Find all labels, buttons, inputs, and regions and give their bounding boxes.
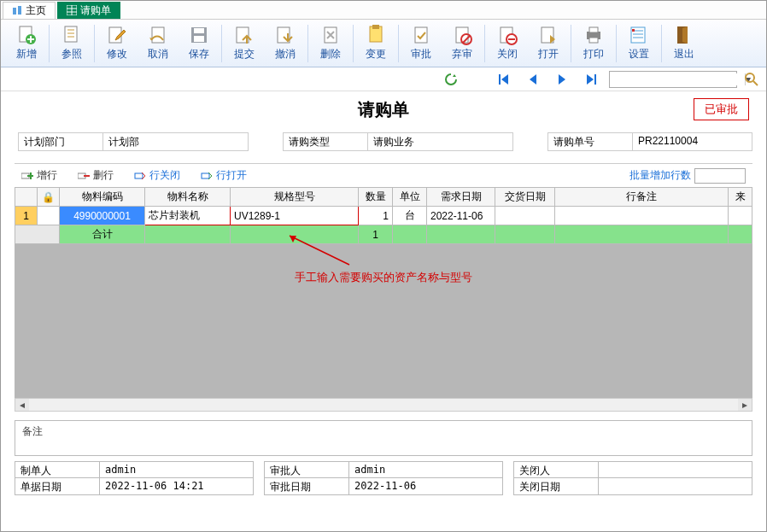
settings-button[interactable]: 设置 [618, 21, 659, 66]
sum-label: 合计 [60, 225, 145, 244]
rowopen-label: 行打开 [216, 168, 247, 183]
new-label: 新增 [16, 47, 37, 61]
scroll-left-icon[interactable]: ◂ [15, 399, 29, 411]
delete-button[interactable]: 删除 [310, 21, 351, 66]
table-row[interactable]: 1 4990000001 芯片封装机 UV1289-1 1 台 2022-11-… [15, 207, 752, 225]
revoke-button[interactable]: 撤消 [265, 21, 306, 66]
grid-hscroll[interactable]: ◂ ▸ [15, 398, 752, 412]
addrow-button[interactable]: 增行 [21, 168, 57, 183]
col-spec[interactable]: 规格型号 [231, 188, 359, 207]
ref-label: 参照 [61, 47, 82, 61]
col-rownum[interactable] [15, 188, 38, 207]
col-need[interactable]: 需求日期 [427, 188, 495, 207]
grid-tab-icon [67, 5, 77, 15]
record-nav: ▾ [1, 67, 766, 91]
docdate-value: 2022-11-06 14:21 [100, 478, 254, 495]
revoke-label: 撤消 [275, 47, 296, 61]
addrow-icon [21, 170, 33, 182]
revoke-icon [275, 25, 296, 45]
svg-rect-28 [589, 27, 598, 32]
col-name[interactable]: 物料名称 [145, 188, 231, 207]
save-icon [189, 25, 209, 45]
dept-field: 计划部门 计划部 [18, 132, 249, 151]
close-button[interactable]: 关闭 [487, 21, 528, 66]
save-label: 保存 [189, 47, 209, 61]
col-code[interactable]: 物料编码 [60, 188, 145, 207]
cell-more[interactable] [729, 207, 752, 225]
reject-label: 弃审 [452, 47, 472, 61]
print-button[interactable]: 打印 [573, 21, 614, 66]
cell-remark[interactable] [555, 207, 729, 225]
ref-icon [61, 25, 82, 45]
delrow-button[interactable]: 删行 [78, 168, 114, 183]
edit-icon [107, 25, 127, 45]
batch-add-label: 批量增加行数 [629, 168, 691, 183]
svg-marker-35 [501, 74, 508, 85]
svg-rect-1 [18, 6, 21, 15]
closedate-label: 关闭日期 [513, 478, 599, 495]
new-button[interactable]: 新增 [6, 21, 47, 66]
cell-unit[interactable]: 台 [393, 207, 427, 225]
magnify-icon[interactable] [744, 72, 759, 87]
col-ship[interactable]: 交货日期 [495, 188, 555, 207]
rowclose-icon [134, 170, 146, 182]
reject-button[interactable]: 弃审 [442, 21, 483, 66]
cell-qty[interactable]: 1 [359, 207, 393, 225]
type-value[interactable]: 请购业务 [368, 132, 513, 151]
svg-point-40 [746, 73, 754, 82]
submit-button[interactable]: 提交 [224, 21, 265, 66]
main-toolbar: 新增 参照 修改 取消 保存 提交 撤消 删除 变更 审批 弃审 关闭 打开 打… [1, 20, 766, 67]
closedate-value [599, 478, 752, 495]
next-record-icon[interactable] [551, 72, 573, 87]
cell-need[interactable]: 2022-11-06 [427, 207, 495, 225]
svg-rect-39 [594, 74, 596, 85]
col-remark[interactable]: 行备注 [555, 188, 729, 207]
tab-current[interactable]: 请购单 [57, 2, 120, 19]
cell-code[interactable]: 4990000001 [60, 207, 145, 225]
ref-button[interactable]: 参照 [51, 21, 92, 66]
cell-lock[interactable] [38, 207, 60, 225]
col-unit[interactable]: 单位 [393, 188, 427, 207]
svg-marker-37 [559, 74, 565, 85]
scroll-right-icon[interactable]: ▸ [738, 399, 752, 411]
last-record-icon[interactable] [580, 72, 602, 87]
rowopen-button[interactable]: 行打开 [201, 168, 247, 183]
nav-search-input[interactable] [610, 73, 745, 85]
refresh-nav-icon[interactable] [440, 72, 462, 87]
footer: 制单人admin 单据日期2022-11-06 14:21 审批人admin 审… [1, 461, 766, 502]
cancel-label: 取消 [148, 47, 168, 61]
col-lock-icon[interactable]: 🔒 [38, 188, 60, 207]
nav-search[interactable]: ▾ [609, 71, 737, 88]
save-button[interactable]: 保存 [179, 21, 220, 66]
change-button[interactable]: 变更 [355, 21, 396, 66]
no-value[interactable]: PR22110004 [633, 132, 752, 151]
cell-ship[interactable] [495, 207, 555, 225]
svg-rect-44 [135, 173, 143, 178]
tab-home-label: 主页 [26, 3, 46, 18]
svg-rect-13 [194, 36, 204, 42]
edit-button[interactable]: 修改 [97, 21, 138, 66]
svg-marker-33 [682, 26, 688, 44]
exit-button[interactable]: 退出 [664, 21, 705, 66]
approver-label: 审批人 [264, 461, 349, 478]
open-label: 打开 [538, 47, 559, 61]
svg-rect-10 [152, 27, 164, 43]
submit-icon [234, 25, 255, 45]
approve-button[interactable]: 审批 [401, 21, 442, 66]
cancel-button[interactable]: 取消 [138, 21, 179, 66]
col-more[interactable]: 来 [729, 188, 752, 207]
col-qty[interactable]: 数量 [359, 188, 393, 207]
prev-record-icon[interactable] [522, 72, 544, 87]
scroll-track[interactable] [29, 399, 738, 411]
cell-name[interactable]: 芯片封装机 [145, 207, 231, 225]
dept-value[interactable]: 计划部 [103, 132, 249, 151]
batch-add-input[interactable] [694, 168, 746, 184]
cell-rownum[interactable]: 1 [15, 207, 38, 225]
rowclose-button[interactable]: 行关闭 [134, 168, 180, 183]
tab-home[interactable]: 主页 [3, 2, 56, 19]
remark-box[interactable]: 备注 [15, 420, 752, 456]
cell-spec[interactable]: UV1289-1 [231, 207, 359, 225]
open-icon [538, 25, 559, 45]
open-button[interactable]: 打开 [528, 21, 569, 66]
first-record-icon[interactable] [493, 72, 515, 87]
